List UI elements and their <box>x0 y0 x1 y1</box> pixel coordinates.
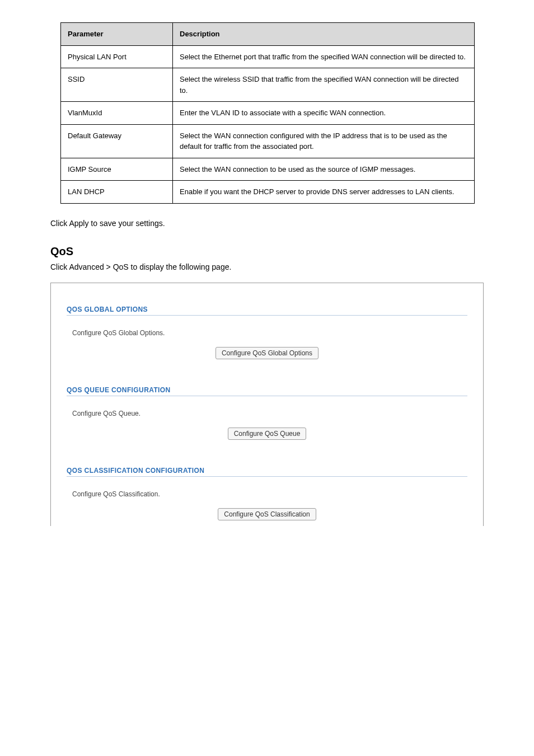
param-name: Physical LAN Port <box>61 45 173 68</box>
table-row: SSID Select the wireless SSID that traff… <box>61 68 475 102</box>
param-desc: Select the WAN connection configured wit… <box>173 124 475 158</box>
table-row: VlanMuxId Enter the VLAN ID to associate… <box>61 102 475 125</box>
table-row: IGMP Source Select the WAN connection to… <box>61 158 475 181</box>
qos-queue-section: QOS QUEUE CONFIGURATION Configure QoS Qu… <box>67 386 467 440</box>
qos-page-screenshot: QOS GLOBAL OPTIONS Configure QoS Global … <box>50 283 484 526</box>
param-name: Default Gateway <box>61 124 173 158</box>
param-name: SSID <box>61 68 173 102</box>
table-row: Default Gateway Select the WAN connectio… <box>61 124 475 158</box>
qos-nav-note: Click Advanced > QoS to display the foll… <box>50 262 484 271</box>
col-parameter: Parameter <box>61 23 173 46</box>
qos-global-desc: Configure QoS Global Options. <box>72 329 467 337</box>
after-table-note: Click Apply to save your settings. <box>50 217 484 229</box>
param-name: IGMP Source <box>61 158 173 181</box>
qos-heading: QoS <box>50 245 484 258</box>
param-name: LAN DHCP <box>61 181 173 204</box>
qos-global-title: QOS GLOBAL OPTIONS <box>67 306 467 316</box>
configure-qos-global-button[interactable]: Configure QoS Global Options <box>216 347 318 359</box>
qos-classification-title: QOS CLASSIFICATION CONFIGURATION <box>67 467 467 477</box>
qos-classification-desc: Configure QoS Classification. <box>72 490 467 498</box>
col-description: Description <box>173 23 475 46</box>
qos-global-section: QOS GLOBAL OPTIONS Configure QoS Global … <box>67 306 467 359</box>
param-desc: Select the wireless SSID that traffic fr… <box>173 68 475 102</box>
param-desc: Select the WAN connection to be used as … <box>173 158 475 181</box>
qos-classification-section: QOS CLASSIFICATION CONFIGURATION Configu… <box>67 467 467 520</box>
param-desc: Select the Ethernet port that traffic fr… <box>173 45 475 68</box>
parameter-table: Parameter Description Physical LAN Port … <box>60 22 475 204</box>
param-desc: Enter the VLAN ID to associate with a sp… <box>173 102 475 125</box>
configure-qos-classification-button[interactable]: Configure QoS Classification <box>218 508 316 520</box>
table-row: LAN DHCP Enable if you want the DHCP ser… <box>61 181 475 204</box>
param-name: VlanMuxId <box>61 102 173 125</box>
table-row: Physical LAN Port Select the Ethernet po… <box>61 45 475 68</box>
qos-queue-desc: Configure QoS Queue. <box>72 410 467 417</box>
qos-queue-title: QOS QUEUE CONFIGURATION <box>67 386 467 396</box>
param-desc: Enable if you want the DHCP server to pr… <box>173 181 475 204</box>
configure-qos-queue-button[interactable]: Configure QoS Queue <box>228 428 307 440</box>
